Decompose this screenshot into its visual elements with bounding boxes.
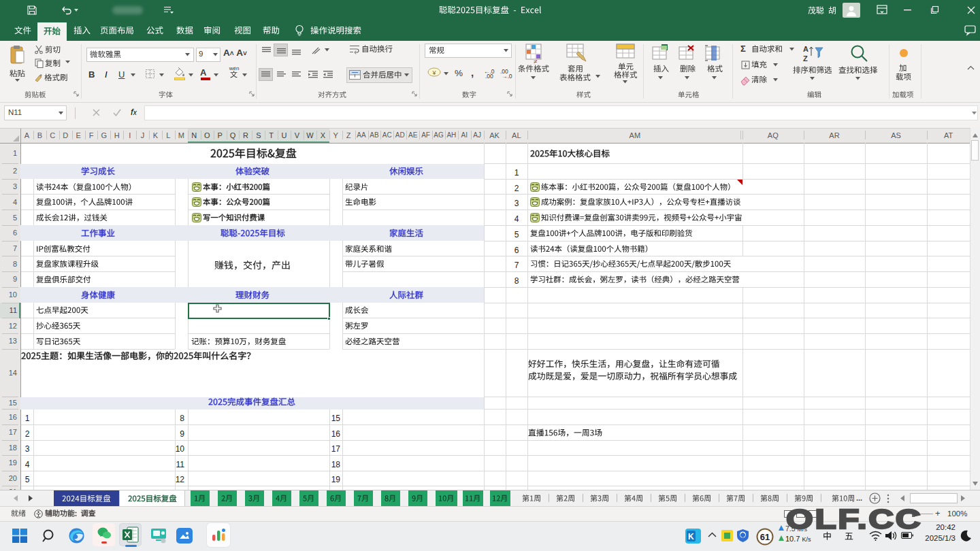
svg-text:A: A	[803, 45, 808, 53]
svg-text:61: 61	[760, 532, 770, 542]
svg-text:K: K	[688, 532, 694, 541]
svg-text:Z: Z	[803, 54, 808, 63]
svg-text:¥: ¥	[431, 69, 436, 76]
svg-text:→.0: →.0	[502, 73, 512, 80]
svg-text:.00: .00	[485, 73, 493, 80]
